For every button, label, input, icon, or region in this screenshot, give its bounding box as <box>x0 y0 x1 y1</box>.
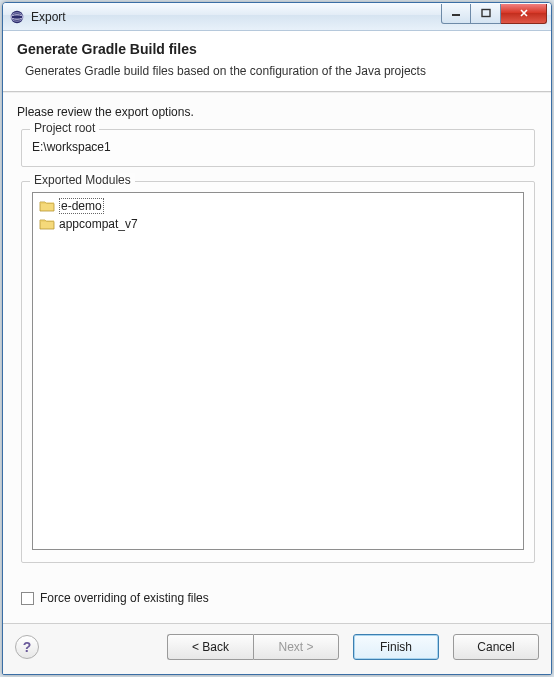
back-button[interactable]: < Back <box>167 634 253 660</box>
project-folder-icon <box>39 199 55 213</box>
force-override-checkbox[interactable] <box>21 592 34 605</box>
project-folder-icon <box>39 217 55 231</box>
next-button: Next > <box>253 634 339 660</box>
list-item[interactable]: e-demo <box>37 197 519 215</box>
list-item-label: e-demo <box>59 198 104 214</box>
minimize-button[interactable] <box>441 4 471 24</box>
window-title: Export <box>31 10 66 24</box>
close-button[interactable] <box>501 4 547 24</box>
project-root-group: Project root E:\workspace1 <box>21 129 535 167</box>
exported-modules-group: Exported Modules e-demo appcompat_v7 <box>21 181 535 563</box>
wizard-footer: ? < Back Next > Finish Cancel <box>3 623 551 674</box>
window-control-group <box>441 4 547 24</box>
title-bar[interactable]: Export <box>3 3 551 31</box>
exported-modules-group-label: Exported Modules <box>30 173 135 187</box>
project-root-value: E:\workspace1 <box>32 140 524 154</box>
cancel-button-label: Cancel <box>477 640 514 654</box>
force-override-row[interactable]: Force overriding of existing files <box>21 591 541 605</box>
next-button-label: Next > <box>278 640 313 654</box>
svg-rect-3 <box>452 14 460 16</box>
help-icon: ? <box>23 639 32 655</box>
force-override-label: Force overriding of existing files <box>40 591 209 605</box>
svg-rect-6 <box>40 220 54 222</box>
back-button-label: < Back <box>192 640 229 654</box>
svg-rect-4 <box>482 10 490 17</box>
wizard-header: Generate Gradle Build files Generates Gr… <box>3 31 551 92</box>
svg-rect-5 <box>40 202 54 204</box>
list-item[interactable]: appcompat_v7 <box>37 215 519 233</box>
finish-button-label: Finish <box>380 640 412 654</box>
wizard-body: Please review the export options. Projec… <box>3 92 551 623</box>
wizard-title: Generate Gradle Build files <box>17 41 537 57</box>
wizard-description: Generates Gradle build files based on th… <box>25 63 445 79</box>
modules-listbox[interactable]: e-demo appcompat_v7 <box>32 192 524 550</box>
finish-button[interactable]: Finish <box>353 634 439 660</box>
help-button[interactable]: ? <box>15 635 39 659</box>
project-root-group-label: Project root <box>30 121 99 135</box>
list-item-label: appcompat_v7 <box>59 217 138 231</box>
review-instruction: Please review the export options. <box>17 105 541 119</box>
eclipse-icon <box>9 9 25 25</box>
nav-button-pair: < Back Next > <box>167 634 339 660</box>
cancel-button[interactable]: Cancel <box>453 634 539 660</box>
export-wizard-window: Export Generate Gradle Build files Gener… <box>2 2 552 675</box>
maximize-button[interactable] <box>471 4 501 24</box>
